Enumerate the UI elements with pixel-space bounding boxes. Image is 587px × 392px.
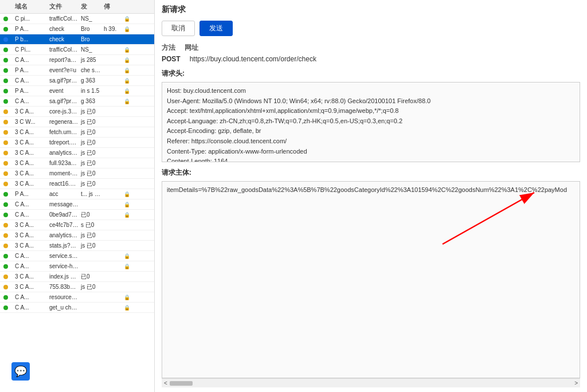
network-panel: 域名 文件 发‌ 傅‌ C‌ pi... trafficColle qclo N…	[0, 0, 155, 392]
row-lock: 🔒	[123, 47, 140, 53]
network-row[interactable]: 3 C‌ A... ce4fc7b77 che s 已‌0	[0, 220, 154, 230]
network-list: C‌ pi... trafficColle qclo NS_ 🔒 P A... …	[0, 14, 154, 392]
row-status	[2, 285, 14, 289]
network-row[interactable]: 3 C‌ A... tdreport.3. s... js 已‌0	[0, 138, 154, 148]
network-row[interactable]: P A... check Bro h 39. 🔒	[0, 24, 154, 34]
network-row[interactable]: 3 C‌ A... 755.83b21 che js 已‌0	[0, 282, 154, 292]
network-row[interactable]: 3 C‌ A... stats.js?v2‌ che js 已‌0	[0, 241, 154, 251]
row-file: react16.pr s...	[48, 181, 80, 187]
row-status	[2, 140, 14, 145]
row-type: js 已‌0	[80, 149, 103, 157]
row-lock: 🔒	[123, 26, 140, 32]
bottom-scrollbar[interactable]: < >	[162, 378, 580, 387]
network-row[interactable]: 3 C‌ W... regenerate s... js 已‌0	[0, 117, 154, 127]
body-box[interactable]: itemDetails=%7B%22raw_goodsData%22%3A%5B…	[162, 181, 580, 378]
row-domain: 3 C‌ A...	[14, 232, 48, 238]
row-file: 755.83b21 che	[48, 284, 80, 290]
row-file: index.js che	[48, 273, 80, 280]
header-line: User-Agent: Mozilla/5.0 (Windows NT 10.0…	[167, 96, 575, 107]
network-row[interactable]: 3 C‌ A... fetch.umd s... js 已‌0	[0, 127, 154, 138]
row-type: in‌ s 1.5‌	[80, 88, 103, 94]
network-row[interactable]: P b... check Bro	[0, 34, 154, 45]
row-file: tdreport.3. s...	[48, 139, 80, 146]
body-title: 请求主体:	[162, 168, 580, 178]
row-file: check	[48, 36, 80, 42]
row-type: s 已‌0	[80, 221, 103, 229]
row-status	[2, 305, 14, 310]
url-value: https://buy.cloud.tencent.com/order/chec…	[190, 55, 316, 63]
network-row[interactable]: C‌ A... sa.gif?proj s... g 363 🔒	[0, 96, 154, 107]
row-lock: 🔒	[123, 305, 140, 311]
network-row[interactable]: P A... event in‌ s 1.5‌ 🔒	[0, 86, 154, 96]
row-file: full.923ac4 s...	[48, 160, 80, 166]
header-send: 发‌	[80, 1, 103, 12]
row-lock: 🔒	[123, 264, 140, 269]
header-line: Content-Type: application/x-www-form-url…	[167, 147, 575, 157]
row-status	[2, 161, 14, 166]
row-domain: 3 C‌ A...	[14, 139, 48, 146]
network-row[interactable]: C‌ A... 0be9ad79‌ che 已‌0 🔒	[0, 210, 154, 220]
network-row[interactable]: 3 C‌ A... react16.pr s... js 已‌0	[0, 179, 154, 189]
row-type: NS_	[80, 15, 103, 22]
network-row[interactable]: C‌ A... service-ho che s 1.99 🔒	[0, 261, 154, 272]
row-file: message.s che s 1.44	[48, 201, 80, 207]
row-file: 0be9ad79‌ che	[48, 211, 80, 218]
network-row[interactable]: C‌ A... message.s che s 1.44 🔒	[0, 199, 154, 210]
row-status	[2, 48, 14, 52]
row-status	[2, 89, 14, 93]
row-file: event?e=u	[48, 67, 80, 73]
cancel-button[interactable]: 取消	[162, 21, 195, 36]
row-type: che s 1.5	[80, 67, 103, 73]
row-status	[2, 192, 14, 197]
row-status	[2, 68, 14, 73]
network-row[interactable]: C‌ Pi... trafficColle dep_ NS_ 🔒	[0, 45, 154, 55]
row-domain: P A...	[14, 67, 48, 73]
row-domain: C‌ A...	[14, 294, 48, 300]
row-status	[2, 58, 14, 62]
chat-icon[interactable]: 💬	[11, 362, 30, 381]
network-row[interactable]: 3 C‌ A... full.923ac4 s... js 已‌0	[0, 158, 154, 168]
network-row[interactable]: C‌ A... sa.gif?proj s... g 363 🔒	[0, 76, 154, 86]
row-file: check	[48, 26, 80, 32]
network-row[interactable]: 3 C‌ A... moment-2 s... js 已‌0	[0, 168, 154, 179]
row-lock: 🔒	[123, 16, 140, 22]
network-row[interactable]: C‌ A... resource_l aeg js 10.0 🔒	[0, 292, 154, 303]
header-line: Referer: https://console.cloud.tencent.c…	[167, 136, 575, 147]
row-size: h 39.	[103, 26, 123, 32]
row-domain: 3 C‌ W...	[14, 119, 48, 125]
row-status	[2, 171, 14, 176]
network-row[interactable]: C‌ A... report?act i... js 285 🔒	[0, 55, 154, 65]
row-status	[2, 275, 14, 279]
header-extra	[123, 1, 140, 12]
row-type: 已‌0	[80, 211, 103, 219]
headers-box[interactable]: Host: buy.cloud.tencent.comUser-Agent: M…	[162, 82, 580, 162]
scroll-right-arrow[interactable]: >	[574, 380, 578, 386]
row-domain: C‌ A...	[14, 211, 48, 218]
row-type: js 285	[80, 57, 103, 63]
network-row[interactable]: C‌ A... service.svc che s 2 K 🔒	[0, 251, 154, 261]
header-line: Content-Length: 1164	[167, 156, 575, 162]
network-row[interactable]: C‌ pi... trafficColle qclo NS_ 🔒	[0, 14, 154, 24]
network-row[interactable]: P A... event?e=u che s 1.5 🔒	[0, 65, 154, 76]
right-panel: 新请求 取消 发送 方法 网址 POST https://buy.cloud.t…	[155, 0, 587, 392]
network-row[interactable]: C‌ A... get_u che js 786 🔒	[0, 303, 154, 313]
row-file: report?act i...	[48, 57, 80, 63]
row-file: regenerate s...	[48, 119, 80, 125]
network-row[interactable]: P A... acc t... js 68C 🔒	[0, 189, 154, 199]
row-file: acc	[48, 191, 80, 197]
scroll-thumb[interactable]	[170, 381, 193, 386]
row-type: g 363	[80, 98, 103, 104]
method-url-values: POST https://buy.cloud.tencent.com/order…	[162, 55, 580, 63]
send-button[interactable]: 发送	[199, 21, 233, 36]
network-row[interactable]: 3 C‌ A... analytics.min s... js 已‌0	[0, 148, 154, 158]
row-domain: P A...	[14, 88, 48, 94]
network-row[interactable]: 3 C‌ A... index.js che 已‌0	[0, 272, 154, 282]
row-type: Bro	[80, 26, 103, 32]
scroll-left-arrow[interactable]: <	[164, 380, 167, 386]
row-file: get_u che js 786	[48, 304, 80, 311]
row-file: sa.gif?proj s...	[48, 77, 80, 84]
row-domain: C‌ A...	[14, 77, 48, 84]
headers-title: 请求头:	[162, 69, 580, 79]
network-row[interactable]: 3 C‌ A... analytics.js che js 已‌0	[0, 230, 154, 241]
network-row[interactable]: 3 C‌ A... core-js.3.9 s... js 已‌0	[0, 107, 154, 117]
